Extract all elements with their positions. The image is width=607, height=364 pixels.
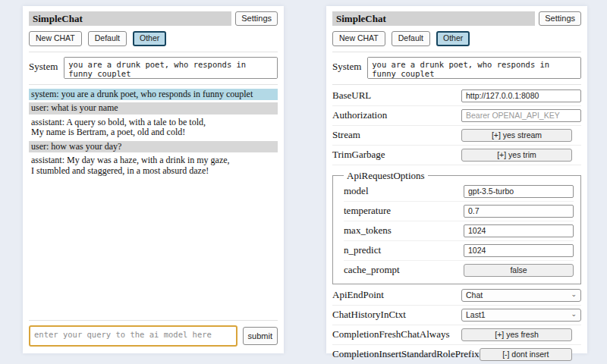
baseurl-label: BaseURL <box>332 89 461 102</box>
max-tokens-input[interactable] <box>464 224 574 237</box>
n-predict-label: n_predict <box>344 244 464 256</box>
chat-message-assistant: assistant: A query so bold, with a tale … <box>29 117 278 139</box>
setting-row-authorization: Authorization <box>332 106 581 126</box>
setting-row-stream: Stream [+] yes stream <box>332 126 581 146</box>
system-prompt-row: System you are a drunk poet, who respond… <box>332 57 581 79</box>
cache-prompt-toggle-button[interactable]: false <box>464 264 574 277</box>
setting-row-max-tokens: max_tokens <box>344 221 574 241</box>
baseurl-input[interactable] <box>461 89 581 102</box>
chathistoryinctxt-selected-value: Last1 <box>466 310 486 319</box>
app-title: SimpleChat <box>332 11 535 26</box>
setting-row-n-predict: n_predict <box>344 241 574 261</box>
session-button-other[interactable]: Other <box>436 31 470 46</box>
n-predict-input[interactable] <box>464 244 574 257</box>
temperature-input[interactable] <box>464 205 574 218</box>
submit-button[interactable]: submit <box>243 327 278 345</box>
chat-panel: SimpleChat Settings New CHAT Default Oth… <box>23 6 284 353</box>
max-tokens-label: max_tokens <box>344 224 464 237</box>
chathistoryinctxt-select[interactable]: Last1 ⌄ <box>461 309 581 322</box>
setting-row-model: model <box>344 182 574 202</box>
new-chat-button[interactable]: New CHAT <box>29 31 82 46</box>
query-row: submit <box>29 325 278 347</box>
session-buttons: New CHAT Default Other <box>29 31 278 46</box>
app-title: SimpleChat <box>29 11 231 26</box>
setting-row-apiendpoint: ApiEndPoint Chat ⌄ <box>332 286 581 306</box>
apiendpoint-select[interactable]: Chat ⌄ <box>461 289 581 302</box>
system-label: System <box>29 57 58 73</box>
apiendpoint-selected-value: Chat <box>466 290 483 300</box>
setting-row-completioninsertstandardroleprefix: CompletionInsertStandardRolePrefix [-] d… <box>332 345 581 364</box>
completionfreshchatalways-label: CompletionFreshChatAlways <box>332 328 461 340</box>
settings-button[interactable]: Settings <box>235 11 278 26</box>
new-chat-button[interactable]: New CHAT <box>332 31 385 46</box>
trimgarbage-toggle-button[interactable]: [+] yes trim <box>461 149 572 162</box>
chevron-down-icon: ⌄ <box>571 291 577 298</box>
system-prompt-input[interactable]: you are a drunk poet, who responds in fu… <box>64 57 278 79</box>
chat-messages: system: you are a drunk poet, who respon… <box>29 89 278 315</box>
divider <box>332 84 581 85</box>
chat-message-assistant: assistant: My day was a haze, with a dri… <box>29 155 278 177</box>
setting-row-baseurl: BaseURL <box>332 86 581 106</box>
session-button-default[interactable]: Default <box>88 31 127 46</box>
completioninsertstandardroleprefix-label: CompletionInsertStandardRolePrefix <box>332 348 480 360</box>
divider <box>29 84 278 85</box>
query-section: submit <box>29 315 278 347</box>
setting-row-chathistoryinctxt: ChatHistoryInCtxt Last1 ⌄ <box>332 306 581 325</box>
system-label: System <box>332 57 361 73</box>
query-input[interactable] <box>29 325 237 347</box>
divider <box>29 320 278 321</box>
session-button-other[interactable]: Other <box>133 31 166 46</box>
divider <box>332 52 581 52</box>
session-buttons: New CHAT Default Other <box>332 31 581 46</box>
setting-row-completionfreshchatalways: CompletionFreshChatAlways [+] yes fresh <box>332 325 581 345</box>
completioninsertstandardroleprefix-toggle-button[interactable]: [-] dont insert <box>480 348 572 361</box>
model-input[interactable] <box>464 185 574 198</box>
completionfreshchatalways-toggle-button[interactable]: [+] yes fresh <box>461 328 572 341</box>
chat-message-user: user: how was your day? <box>29 141 278 153</box>
chat-message-system: system: you are a drunk poet, who respon… <box>29 89 278 101</box>
setting-row-trimgarbage: TrimGarbage [+] yes trim <box>332 146 581 165</box>
temperature-label: temperature <box>344 205 464 217</box>
session-button-default[interactable]: Default <box>392 31 430 46</box>
apiendpoint-label: ApiEndPoint <box>332 289 461 301</box>
setting-row-cache-prompt: cache_prompt false <box>344 261 574 280</box>
system-prompt-input[interactable]: you are a drunk poet, who responds in fu… <box>367 57 581 79</box>
setting-row-temperature: temperature <box>344 202 574 221</box>
title-bar: SimpleChat Settings <box>29 11 278 26</box>
system-prompt-row: System you are a drunk poet, who respond… <box>29 57 278 79</box>
divider <box>29 52 278 52</box>
stream-toggle-button[interactable]: [+] yes stream <box>461 129 572 142</box>
chevron-down-icon: ⌄ <box>571 311 577 318</box>
api-request-options-fieldset: ApiRequestOptions model temperature max_… <box>332 170 581 284</box>
settings-list: BaseURL Authorization Stream [+] yes str… <box>332 86 581 364</box>
chat-message-user: user: what is your name <box>29 102 278 115</box>
trimgarbage-label: TrimGarbage <box>332 149 461 161</box>
api-request-options-legend: ApiRequestOptions <box>344 170 428 182</box>
authorization-input[interactable] <box>461 109 581 122</box>
chathistoryinctxt-label: ChatHistoryInCtxt <box>332 309 461 321</box>
cache-prompt-label: cache_prompt <box>344 264 464 276</box>
title-bar: SimpleChat Settings <box>332 11 581 26</box>
settings-button[interactable]: Settings <box>539 11 581 26</box>
stream-label: Stream <box>332 129 461 141</box>
authorization-label: Authorization <box>332 109 461 121</box>
settings-panel: SimpleChat Settings New CHAT Default Oth… <box>326 6 587 353</box>
model-label: model <box>344 185 464 197</box>
